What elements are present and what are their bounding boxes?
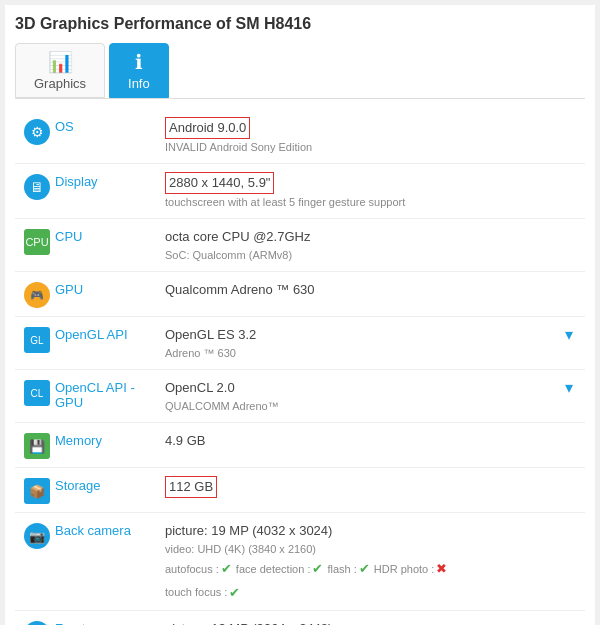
- row-backcamera: 📷 Back camera picture: 19 MP (4032 x 302…: [15, 513, 585, 611]
- memory-icon: 💾: [24, 433, 50, 459]
- display-main-val: 2880 x 1440, 5.9": [165, 172, 581, 194]
- hdrphoto-cross: ✖: [436, 559, 447, 579]
- facedetection-item: face detection : ✔: [236, 559, 324, 579]
- opengl-icon-wrap: GL: [19, 325, 55, 353]
- page-wrapper: 3D Graphics Performance of SM H8416 📊 Gr…: [5, 5, 595, 625]
- opengl-main-val: OpenGL ES 3.2: [165, 325, 557, 345]
- gpu-icon: 🎮: [24, 282, 50, 308]
- backcamera-value: picture: 19 MP (4032 x 3024) video: UHD …: [165, 521, 581, 602]
- storage-label: Storage: [55, 476, 165, 493]
- touchfocus-item: touch focus : ✔: [165, 583, 240, 603]
- os-label: OS: [55, 117, 165, 134]
- autofocus-label: autofocus :: [165, 561, 219, 578]
- display-icon: 🖥: [24, 174, 50, 200]
- opencl-sub-val: QUALCOMM Adreno™: [165, 398, 557, 415]
- frontcamera-icon-wrap: 📷: [19, 619, 55, 625]
- display-highlighted: 2880 x 1440, 5.9": [165, 172, 274, 194]
- graphics-icon: 📊: [48, 50, 73, 74]
- frontcamera-label: Front camera: [55, 619, 165, 625]
- page-title: 3D Graphics Performance of SM H8416: [15, 15, 585, 33]
- tab-graphics[interactable]: 📊 Graphics: [15, 43, 105, 98]
- gpu-icon-wrap: 🎮: [19, 280, 55, 308]
- tab-graphics-label: Graphics: [34, 76, 86, 91]
- tabs-bar: 📊 Graphics ℹ Info: [15, 43, 585, 99]
- opengl-value: OpenGL ES 3.2 Adreno ™ 630: [165, 325, 557, 361]
- os-highlighted: Android 9.0.0: [165, 117, 250, 139]
- row-display: 🖥 Display 2880 x 1440, 5.9" touchscreen …: [15, 164, 585, 219]
- gpu-label: GPU: [55, 280, 165, 297]
- row-opengl: GL OpenGL API OpenGL ES 3.2 Adreno ™ 630…: [15, 317, 585, 370]
- os-value: Android 9.0.0 INVALID Android Sony Editi…: [165, 117, 581, 155]
- backcamera-features-line1: autofocus : ✔ face detection : ✔ flash :…: [165, 559, 581, 579]
- cpu-icon: CPU: [24, 229, 50, 255]
- cpu-icon-wrap: CPU: [19, 227, 55, 255]
- gpu-value: Qualcomm Adreno ™ 630: [165, 280, 581, 300]
- frontcamera-icon: 📷: [24, 621, 50, 625]
- storage-highlighted: 112 GB: [165, 476, 217, 498]
- opengl-label: OpenGL API: [55, 325, 165, 342]
- storage-main-val: 112 GB: [165, 476, 581, 498]
- gpu-main-val: Qualcomm Adreno ™ 630: [165, 280, 581, 300]
- info-icon: ℹ: [135, 50, 143, 74]
- storage-icon-wrap: 📦: [19, 476, 55, 504]
- os-main-val: Android 9.0.0: [165, 117, 581, 139]
- info-table: ⚙ OS Android 9.0.0 INVALID Android Sony …: [15, 109, 585, 625]
- flash-item: flash : ✔: [327, 559, 369, 579]
- hdrphoto-item: HDR photo : ✖: [374, 559, 448, 579]
- backcamera-features-line2: touch focus : ✔: [165, 583, 581, 603]
- os-sub-val: INVALID Android Sony Edition: [165, 139, 581, 156]
- backcamera-label: Back camera: [55, 521, 165, 538]
- cpu-sub-val: SoC: Qualcomm (ARMv8): [165, 247, 581, 264]
- backcamera-sub-val: video: UHD (4K) (3840 x 2160): [165, 541, 581, 558]
- row-opencl: CL OpenCL API - GPU OpenCL 2.0 QUALCOMM …: [15, 370, 585, 423]
- frontcamera-value: picture: 13 MP (3264 x 2448) video: 3264…: [165, 619, 581, 625]
- backcamera-icon-wrap: 📷: [19, 521, 55, 549]
- row-storage: 📦 Storage 112 GB: [15, 468, 585, 513]
- memory-main-val: 4.9 GB: [165, 431, 581, 451]
- opengl-dropdown[interactable]: ▾: [557, 325, 581, 344]
- opencl-icon-wrap: CL: [19, 378, 55, 406]
- storage-value: 112 GB: [165, 476, 581, 498]
- memory-label: Memory: [55, 431, 165, 448]
- display-value: 2880 x 1440, 5.9" touchscreen with at le…: [165, 172, 581, 210]
- opencl-dropdown[interactable]: ▾: [557, 378, 581, 397]
- os-icon: ⚙: [24, 119, 50, 145]
- row-frontcamera: 📷 Front camera picture: 13 MP (3264 x 24…: [15, 611, 585, 625]
- cpu-main-val: octa core CPU @2.7GHz: [165, 227, 581, 247]
- tab-info[interactable]: ℹ Info: [109, 43, 169, 98]
- backcamera-main-val: picture: 19 MP (4032 x 3024): [165, 521, 581, 541]
- opencl-label: OpenCL API - GPU: [55, 378, 165, 410]
- cpu-value: octa core CPU @2.7GHz SoC: Qualcomm (ARM…: [165, 227, 581, 263]
- backcamera-icon: 📷: [24, 523, 50, 549]
- opencl-value: OpenCL 2.0 QUALCOMM Adreno™: [165, 378, 557, 414]
- memory-icon-wrap: 💾: [19, 431, 55, 459]
- row-memory: 💾 Memory 4.9 GB: [15, 423, 585, 468]
- display-icon-wrap: 🖥: [19, 172, 55, 200]
- display-label: Display: [55, 172, 165, 189]
- opengl-sub-val: Adreno ™ 630: [165, 345, 557, 362]
- opengl-icon: GL: [24, 327, 50, 353]
- touchfocus-label: touch focus :: [165, 584, 227, 601]
- flash-label: flash :: [327, 561, 356, 578]
- display-sub-val: touchscreen with at least 5 finger gestu…: [165, 194, 581, 211]
- autofocus-check: ✔: [221, 559, 232, 579]
- opencl-main-val: OpenCL 2.0: [165, 378, 557, 398]
- row-cpu: CPU CPU octa core CPU @2.7GHz SoC: Qualc…: [15, 219, 585, 272]
- facedetection-check: ✔: [312, 559, 323, 579]
- tab-info-label: Info: [128, 76, 150, 91]
- hdrphoto-label: HDR photo :: [374, 561, 435, 578]
- autofocus-item: autofocus : ✔: [165, 559, 232, 579]
- facedetection-label: face detection :: [236, 561, 311, 578]
- frontcamera-main-val: picture: 13 MP (3264 x 2448): [165, 619, 581, 625]
- memory-value: 4.9 GB: [165, 431, 581, 451]
- cpu-label: CPU: [55, 227, 165, 244]
- touchfocus-check: ✔: [229, 583, 240, 603]
- storage-icon: 📦: [24, 478, 50, 504]
- row-os: ⚙ OS Android 9.0.0 INVALID Android Sony …: [15, 109, 585, 164]
- opencl-icon: CL: [24, 380, 50, 406]
- row-gpu: 🎮 GPU Qualcomm Adreno ™ 630: [15, 272, 585, 317]
- flash-check: ✔: [359, 559, 370, 579]
- os-icon-wrap: ⚙: [19, 117, 55, 145]
